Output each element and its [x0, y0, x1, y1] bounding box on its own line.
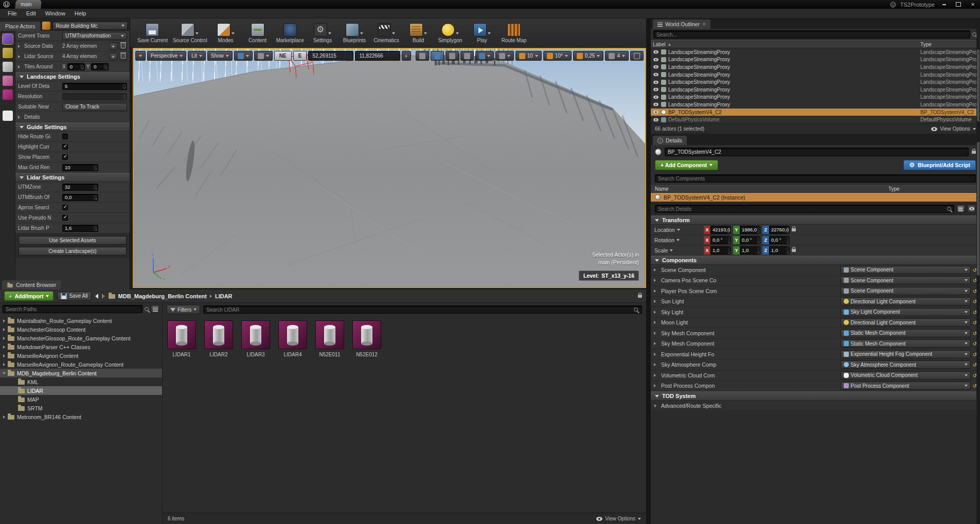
- select-tool-button[interactable]: [416, 51, 429, 61]
- scale-x-field[interactable]: 1,0: [710, 246, 731, 255]
- location-label[interactable]: Location: [654, 227, 704, 233]
- suitable-near-select[interactable]: Close To Track: [62, 103, 127, 111]
- close-button[interactable]: [968, 1, 978, 8]
- lock-icon[interactable]: [972, 151, 976, 154]
- expander-icon[interactable]: [3, 372, 6, 374]
- expander-icon[interactable]: [3, 415, 5, 419]
- category-cinematic-icon[interactable]: [3, 76, 13, 86]
- expander-icon[interactable]: [3, 337, 5, 340]
- utmbrush-field[interactable]: 0,0: [62, 194, 98, 201]
- actor-name-field[interactable]: [665, 148, 969, 156]
- coordinate-system-button[interactable]: [475, 51, 494, 61]
- toolbar-button[interactable]: Source Control: [173, 23, 207, 43]
- rotation-x-field[interactable]: 0,0 °: [710, 236, 731, 244]
- location-z-field[interactable]: 22760,0: [769, 226, 790, 234]
- folder-tree-item[interactable]: KML: [0, 377, 162, 386]
- folder-tree-item[interactable]: MAP: [0, 395, 162, 404]
- close-tab-icon[interactable]: ✕: [702, 22, 706, 27]
- category-volumes-icon[interactable]: [3, 111, 13, 121]
- rotate-tool-button[interactable]: [446, 51, 459, 61]
- outliner-row[interactable]: LandscapeStreamingProxy LandscapeStreami…: [651, 56, 980, 64]
- component-type-select[interactable]: Static Mesh Component: [841, 329, 971, 337]
- maximize-button[interactable]: [953, 1, 964, 8]
- outliner-row[interactable]: LandscapeStreamingProxy LandscapeStreami…: [651, 101, 980, 109]
- viewport[interactable]: Perspective Lit Show NE E 52,269115 11,8…: [133, 48, 646, 288]
- max-grid-field[interactable]: 10: [62, 164, 98, 171]
- visibility-eye-icon[interactable]: [653, 111, 658, 114]
- component-label[interactable]: Sky Light: [654, 309, 841, 315]
- lock-axes-icon[interactable]: [792, 228, 796, 231]
- compass-e-button[interactable]: E: [293, 51, 307, 61]
- tiles-x-field[interactable]: 0: [67, 63, 85, 70]
- location-x-field[interactable]: 42193,0: [710, 226, 731, 234]
- add-import-button[interactable]: Add/Import: [4, 291, 54, 301]
- breadcrumb-leaf[interactable]: LIDAR: [215, 293, 233, 299]
- visibility-eye-icon[interactable]: [653, 65, 658, 68]
- folder-tree-item[interactable]: Maintalbahn_Route_Gameplay Content: [0, 316, 162, 325]
- toolbar-button[interactable]: Blueprints: [341, 23, 368, 43]
- component-type-select[interactable]: Exponential Height Fog Component: [841, 350, 971, 358]
- folder-tree-item[interactable]: MDB_Magdeburg_Berlin Content: [0, 369, 162, 377]
- scale-y-field[interactable]: 1,0: [740, 246, 760, 255]
- component-label[interactable]: Exponential Height Fo: [654, 351, 841, 357]
- save-all-button[interactable]: Save All: [57, 292, 91, 301]
- checkbox[interactable]: [62, 154, 68, 160]
- component-label[interactable]: Player Pos Scene Com: [654, 288, 841, 294]
- breadcrumb-root[interactable]: MDB_Magdeburg_Berlin Content: [118, 293, 207, 299]
- tab-content-browser[interactable]: Content Browser: [2, 280, 61, 290]
- component-label[interactable]: Sky Mesh Component: [654, 330, 841, 336]
- search-components-input[interactable]: [655, 174, 976, 183]
- components-section-header[interactable]: Components: [651, 256, 980, 265]
- toolbar-button[interactable]: Play: [469, 23, 495, 43]
- component-type-select[interactable]: Post Process Component: [841, 382, 971, 390]
- rotation-y-field[interactable]: 0,0 °: [740, 236, 760, 244]
- mode-select[interactable]: Route Building Mc: [52, 22, 128, 30]
- visibility-eye-icon[interactable]: [653, 73, 658, 76]
- landscape-tools-button[interactable]: [254, 51, 273, 61]
- toolbar-button[interactable]: Marketplace: [276, 23, 304, 43]
- rotation-label[interactable]: Rotation: [654, 237, 704, 243]
- details-visibility-button[interactable]: [967, 205, 976, 213]
- asset-tile[interactable]: LIDAR2: [204, 320, 234, 357]
- outliner-row[interactable]: LandscapeStreamingProxy LandscapeStreami…: [651, 94, 980, 101]
- details-expander[interactable]: Details: [18, 114, 62, 120]
- add-array-element-button[interactable]: [109, 43, 117, 50]
- component-type-select[interactable]: Static Mesh Component: [841, 339, 971, 348]
- expander-icon[interactable]: [3, 346, 5, 349]
- toolbar-button[interactable]: Build: [405, 23, 432, 43]
- lock-axes-icon[interactable]: [792, 249, 796, 252]
- asset-tile[interactable]: LIDAR4: [278, 320, 308, 357]
- folder-tree-item[interactable]: MarseilleAvignon_Route_Gameplay Content: [0, 360, 162, 369]
- asset-tile[interactable]: LIDAR1: [167, 320, 197, 357]
- toolbar-button[interactable]: Modes: [212, 23, 239, 43]
- create-landscapes-button[interactable]: Create Landscape(s): [19, 247, 127, 256]
- asset-tile[interactable]: N52E011: [315, 320, 345, 357]
- component-label[interactable]: Sky Atmosphere Comp: [654, 362, 841, 368]
- component-type-select[interactable]: Directional Light Component: [841, 297, 971, 305]
- component-type-select[interactable]: Scene Component: [841, 276, 971, 284]
- tab-details[interactable]: iDetails: [653, 136, 687, 145]
- tiles-y-field[interactable]: 0: [91, 63, 109, 70]
- sources-list-button[interactable]: [151, 305, 159, 313]
- folder-tree-item[interactable]: ManchesterGlossop Content: [0, 325, 162, 334]
- category-basic-icon[interactable]: [3, 48, 13, 58]
- longitude-field[interactable]: 11,822666: [355, 51, 400, 61]
- toolbar-button[interactable]: Content: [244, 23, 271, 43]
- asset-tile[interactable]: LIDAR3: [241, 320, 271, 357]
- component-label[interactable]: Volumetric Cloud Com: [654, 372, 841, 378]
- visibility-eye-icon[interactable]: [653, 80, 658, 83]
- outliner-row[interactable]: LandscapeStreamingProxy LandscapeStreami…: [651, 86, 980, 94]
- checkbox[interactable]: [62, 144, 68, 150]
- category-effects-icon[interactable]: [3, 89, 13, 100]
- scale-z-field[interactable]: 1,0: [769, 246, 790, 255]
- menu-item[interactable]: File: [3, 10, 22, 16]
- grid-snap-button[interactable]: 10: [515, 51, 542, 61]
- scale-label[interactable]: Scale: [654, 247, 704, 254]
- utmzone-field[interactable]: 32: [62, 184, 98, 191]
- visibility-eye-icon[interactable]: [653, 88, 658, 91]
- visibility-eye-icon[interactable]: [653, 96, 658, 99]
- category-lights-icon[interactable]: [3, 62, 13, 72]
- rotation-snap-button[interactable]: 10°: [543, 51, 572, 61]
- menu-item[interactable]: Edit: [22, 10, 41, 16]
- guide-settings-header[interactable]: Guide Settings: [15, 122, 130, 132]
